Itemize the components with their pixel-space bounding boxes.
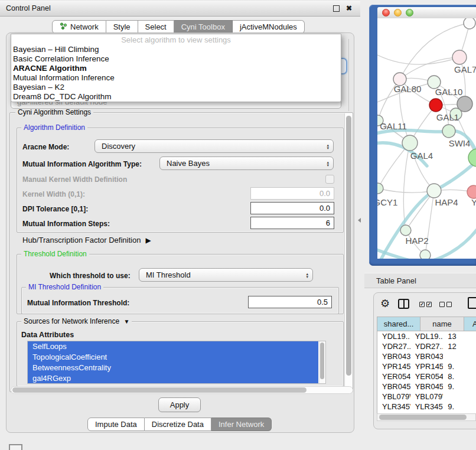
kernel-width-label: Kernel Width (0,1): [22, 190, 85, 198]
table-panel-title: Table Panel [364, 276, 416, 285]
table-row[interactable]: YPR145WYPR145W9. [377, 361, 476, 371]
which-threshold-combo[interactable]: MI Threshold ▴▾ [139, 268, 313, 282]
node-gcy1[interactable] [377, 183, 383, 194]
algorithm-option-bayesian-k2[interactable]: Bayesian – K2 [11, 83, 341, 92]
node[interactable] [429, 99, 442, 112]
node[interactable] [420, 250, 431, 259]
column-header-shared[interactable]: shared... [377, 317, 420, 331]
checked-box-icon: ✓ [419, 302, 425, 307]
aracne-mode-combo[interactable]: Discovery ▴▾ [94, 139, 334, 153]
close-icon[interactable]: ✖ [346, 5, 352, 11]
node-gal4[interactable] [402, 135, 418, 151]
combo-arrows-icon: ▴▾ [327, 161, 329, 167]
unchecked-box-icon [446, 302, 452, 307]
cell: YPR145W [377, 361, 410, 371]
node[interactable] [452, 50, 467, 64]
expand-right-icon: ▶ [145, 236, 151, 244]
splitpane-handle[interactable] [358, 218, 361, 223]
mi-threshold-input[interactable] [248, 296, 332, 308]
table-hscrollbar-thumb[interactable] [379, 415, 467, 420]
node-label: GCY1 [377, 197, 397, 207]
node-hap2[interactable] [400, 225, 411, 236]
tab-discretize-data[interactable]: Discretize Data [145, 418, 211, 431]
node-label: GAL80 [394, 84, 422, 94]
algorithm-option-bayesian-hill-climbing[interactable]: Bayesian – Hill Climbing [11, 45, 341, 54]
table-row[interactable]: YER054CYER054C8. [377, 371, 476, 381]
mi-steps-label: Mutual Information Steps: [22, 220, 110, 228]
threshold-definition-title: Threshold Definition [21, 250, 89, 258]
settings-scrollbar-thumb[interactable] [346, 116, 351, 376]
tab-network[interactable]: Network [52, 20, 106, 34]
attribute-gal4rgexp[interactable]: gal4RGexp [28, 373, 318, 384]
control-panel-title: Control Panel [0, 4, 51, 12]
algorithm-option-mutual-information-inference[interactable]: Mutual Information Inference [11, 73, 341, 83]
node[interactable] [464, 18, 475, 29]
collapsed-panel-stub[interactable] [9, 444, 22, 450]
network-view-titlebar[interactable] [377, 7, 476, 18]
edge[interactable] [400, 57, 459, 79]
columns-icon[interactable] [398, 299, 409, 309]
cell [443, 392, 476, 402]
table-row[interactable]: YDL19...YDL19...13 [377, 331, 476, 341]
float-window-icon[interactable] [333, 5, 340, 12]
tab-label: Impute Data [95, 420, 137, 429]
tab-style[interactable]: Style [106, 20, 138, 34]
node-hap4[interactable] [427, 184, 441, 198]
node[interactable] [467, 185, 476, 198]
attribute-selfloops[interactable]: SelfLoops [28, 341, 318, 352]
mi-type-combo[interactable]: Naive Bayes ▴▾ [159, 156, 334, 170]
tab-infer-network[interactable]: Infer Network [211, 418, 272, 431]
algorithm-definition-title: Algorithm Definition [21, 123, 87, 132]
algorithm-option-aracne-algorithm[interactable]: ARACNE Algorithm [11, 64, 341, 73]
tab-select[interactable]: Select [138, 20, 174, 34]
table-row[interactable]: YDR27...YDR27...12 [377, 341, 476, 351]
manual-kernel-checkbox[interactable] [325, 175, 334, 184]
node-label: Y [471, 197, 476, 207]
table-row[interactable]: YLR345WYLR345W9. [377, 402, 476, 412]
cell: YLR345W [377, 402, 410, 412]
kernel-width-input[interactable] [250, 187, 334, 200]
gear-icon[interactable]: ⚙ [380, 298, 390, 309]
sources-group-title[interactable]: Sources for Network Inference ▼ [21, 317, 132, 325]
settings-hscrollbar-thumb[interactable] [12, 387, 307, 393]
attribute-topologicalcoefficient[interactable]: TopologicalCoefficient [28, 352, 318, 363]
tab-label: Infer Network [219, 420, 264, 429]
tab-cyni-toolbox[interactable]: Cyni Toolbox [174, 20, 233, 34]
minimize-traffic-light-icon[interactable] [394, 9, 402, 17]
tab-jactivemnodules[interactable]: jActiveMNodules [233, 20, 305, 34]
node[interactable] [468, 149, 476, 167]
attributes-scrollbar-thumb[interactable] [320, 343, 324, 379]
node-swi4[interactable] [442, 125, 455, 138]
mi-steps-input[interactable] [250, 217, 334, 229]
dpi-tolerance-input[interactable] [250, 202, 334, 214]
column-header-name[interactable]: name [420, 317, 464, 331]
tab-label: jActiveMNodules [240, 22, 297, 31]
tab-impute-data[interactable]: Impute Data [87, 418, 145, 431]
zoom-traffic-light-icon[interactable] [406, 9, 413, 17]
table-panel-titlebar: Table Panel [364, 273, 476, 288]
algorithm-option-dream8-dc-tdc-algorithm[interactable]: Dream8 DC_TDC Algorithm [11, 92, 341, 102]
network-canvas[interactable]: GAL7GAL80GAL10GAL1GAL11SWI4GAL4YGCY1HAP4… [377, 18, 476, 259]
node-label: HAP4 [435, 197, 458, 207]
column-header-a[interactable]: A [464, 317, 476, 331]
apply-button[interactable]: Apply [158, 397, 201, 412]
edge-highlighted[interactable] [429, 229, 476, 259]
cell: YBR045C [377, 381, 410, 392]
data-attributes-list[interactable]: SelfLoopsTopologicalCoefficientBetweenne… [27, 341, 326, 384]
select-all-columns-icon[interactable]: ✓ ✓ [419, 302, 432, 307]
table-rows: YDL19...YDL19...13YDR27...YDR27...12YBR0… [377, 331, 476, 413]
table-row[interactable]: YBR045CYBR045C9. [377, 381, 476, 392]
edge[interactable] [378, 188, 434, 193]
collapse-down-icon: ▼ [123, 318, 129, 325]
algorithm-option-basic-correlation-inference[interactable]: Basic Correlation Inference [11, 54, 341, 64]
hub-definition-expander[interactable]: Hub/Transcription Factor Definition ▶ [22, 236, 151, 244]
table-row[interactable]: YBL079WYBL079W [377, 392, 476, 402]
export-table-icon[interactable] [468, 297, 476, 309]
node-label: GAL1 [436, 112, 459, 122]
close-traffic-light-icon[interactable] [382, 9, 390, 17]
edge[interactable] [377, 55, 459, 64]
deselect-all-columns-icon[interactable] [439, 302, 452, 307]
mi-type-label: Mutual Information Algorithm Type: [22, 160, 142, 168]
table-row[interactable]: YBR043CYBR043C [377, 351, 476, 361]
attribute-betweennesscentrality[interactable]: BetweennessCentrality [28, 363, 318, 373]
